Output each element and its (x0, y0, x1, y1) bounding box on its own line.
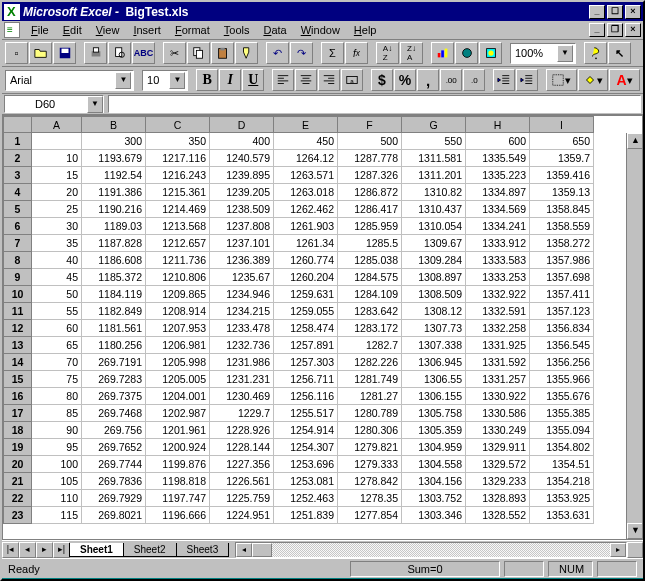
cell-I4[interactable]: 1359.13 (530, 184, 594, 201)
open-button[interactable] (29, 42, 52, 64)
bold-button[interactable]: B (196, 69, 218, 91)
row-header-21[interactable]: 21 (4, 473, 32, 490)
doc-minimize-button[interactable]: _ (589, 23, 605, 37)
cell-I15[interactable]: 1355.966 (530, 371, 594, 388)
zoom-dropdown-icon[interactable]: ▼ (557, 45, 573, 62)
menu-format[interactable]: Format (168, 22, 217, 38)
cell-H23[interactable]: 1328.552 (466, 507, 530, 524)
cell-G14[interactable]: 1306.945 (402, 354, 466, 371)
cell-H9[interactable]: 1333.253 (466, 269, 530, 286)
cell-I11[interactable]: 1357.123 (530, 303, 594, 320)
cell-C10[interactable]: 1209.865 (146, 286, 210, 303)
row-header-13[interactable]: 13 (4, 337, 32, 354)
cell-C16[interactable]: 1204.001 (146, 388, 210, 405)
row-header-16[interactable]: 16 (4, 388, 32, 405)
minimize-button[interactable]: _ (589, 5, 605, 19)
cell-D17[interactable]: 1229.7 (210, 405, 274, 422)
cell-E3[interactable]: 1263.571 (274, 167, 338, 184)
cell-D10[interactable]: 1234.946 (210, 286, 274, 303)
menu-file[interactable]: File (24, 22, 56, 38)
sort-asc-button[interactable]: A↓Z (376, 42, 399, 64)
paste-button[interactable] (211, 42, 234, 64)
cell-C5[interactable]: 1214.469 (146, 201, 210, 218)
cell-H5[interactable]: 1334.569 (466, 201, 530, 218)
cell-F23[interactable]: 1277.854 (338, 507, 402, 524)
last-sheet-button[interactable]: ▸| (53, 542, 70, 558)
cell-G22[interactable]: 1303.752 (402, 490, 466, 507)
col-header-I[interactable]: I (530, 117, 594, 133)
cell-E17[interactable]: 1255.517 (274, 405, 338, 422)
cell-G17[interactable]: 1305.758 (402, 405, 466, 422)
cell-C9[interactable]: 1210.806 (146, 269, 210, 286)
cell-E4[interactable]: 1263.018 (274, 184, 338, 201)
cell-G19[interactable]: 1304.959 (402, 439, 466, 456)
row-header-22[interactable]: 22 (4, 490, 32, 507)
cell-A21[interactable]: 105 (32, 473, 82, 490)
col-header-A[interactable]: A (32, 117, 82, 133)
cell-C1[interactable]: 350 (146, 133, 210, 150)
zoom-combo[interactable]: 100% ▼ (510, 43, 576, 64)
cell-E22[interactable]: 1252.463 (274, 490, 338, 507)
align-center-button[interactable] (295, 69, 317, 91)
cell-B13[interactable]: 1180.256 (82, 337, 146, 354)
row-header-9[interactable]: 9 (4, 269, 32, 286)
cell-C4[interactable]: 1215.361 (146, 184, 210, 201)
cell-G11[interactable]: 1308.12 (402, 303, 466, 320)
cell-E13[interactable]: 1257.891 (274, 337, 338, 354)
comma-button[interactable]: , (417, 69, 439, 91)
cell-G10[interactable]: 1308.509 (402, 286, 466, 303)
name-box[interactable]: D60 ▼ (4, 95, 104, 113)
cell-A6[interactable]: 30 (32, 218, 82, 235)
cell-I19[interactable]: 1354.802 (530, 439, 594, 456)
cell-C20[interactable]: 1199.876 (146, 456, 210, 473)
cell-D13[interactable]: 1232.736 (210, 337, 274, 354)
cell-H13[interactable]: 1331.925 (466, 337, 530, 354)
cell-D3[interactable]: 1239.895 (210, 167, 274, 184)
cell-A15[interactable]: 75 (32, 371, 82, 388)
cell-G1[interactable]: 550 (402, 133, 466, 150)
formula-input[interactable] (108, 95, 641, 113)
decrease-indent-button[interactable] (493, 69, 515, 91)
cut-button[interactable]: ✂ (163, 42, 186, 64)
prev-sheet-button[interactable]: ◂ (19, 542, 36, 558)
cell-A2[interactable]: 10 (32, 150, 82, 167)
cell-F4[interactable]: 1286.872 (338, 184, 402, 201)
first-sheet-button[interactable]: |◂ (2, 542, 19, 558)
cell-D12[interactable]: 1233.478 (210, 320, 274, 337)
cell-I10[interactable]: 1357.411 (530, 286, 594, 303)
cell-D15[interactable]: 1231.231 (210, 371, 274, 388)
sheet-tab-sheet2[interactable]: Sheet2 (123, 543, 177, 557)
cell-H20[interactable]: 1329.572 (466, 456, 530, 473)
save-button[interactable] (53, 42, 76, 64)
cell-D21[interactable]: 1226.561 (210, 473, 274, 490)
cell-I12[interactable]: 1356.834 (530, 320, 594, 337)
cell-H8[interactable]: 1333.583 (466, 252, 530, 269)
cell-I8[interactable]: 1357.986 (530, 252, 594, 269)
cell-C8[interactable]: 1211.736 (146, 252, 210, 269)
cell-D1[interactable]: 400 (210, 133, 274, 150)
cell-A12[interactable]: 60 (32, 320, 82, 337)
new-button[interactable]: ▫ (5, 42, 28, 64)
cell-F21[interactable]: 1278.842 (338, 473, 402, 490)
increase-decimal-button[interactable]: .00 (440, 69, 462, 91)
cell-I21[interactable]: 1354.218 (530, 473, 594, 490)
maximize-button[interactable]: ☐ (607, 5, 623, 19)
cell-B10[interactable]: 1184.119 (82, 286, 146, 303)
cell-H17[interactable]: 1330.586 (466, 405, 530, 422)
cell-B9[interactable]: 1185.372 (82, 269, 146, 286)
cell-H1[interactable]: 600 (466, 133, 530, 150)
italic-button[interactable]: I (219, 69, 241, 91)
cell-A7[interactable]: 35 (32, 235, 82, 252)
cell-B6[interactable]: 1189.03 (82, 218, 146, 235)
cell-A16[interactable]: 80 (32, 388, 82, 405)
cell-H22[interactable]: 1328.893 (466, 490, 530, 507)
row-header-23[interactable]: 23 (4, 507, 32, 524)
chart-button[interactable] (431, 42, 454, 64)
cell-G8[interactable]: 1309.284 (402, 252, 466, 269)
row-header-10[interactable]: 10 (4, 286, 32, 303)
menu-edit[interactable]: Edit (56, 22, 89, 38)
cell-E5[interactable]: 1262.462 (274, 201, 338, 218)
cell-C17[interactable]: 1202.987 (146, 405, 210, 422)
cell-H15[interactable]: 1331.257 (466, 371, 530, 388)
currency-button[interactable]: $ (371, 69, 393, 91)
